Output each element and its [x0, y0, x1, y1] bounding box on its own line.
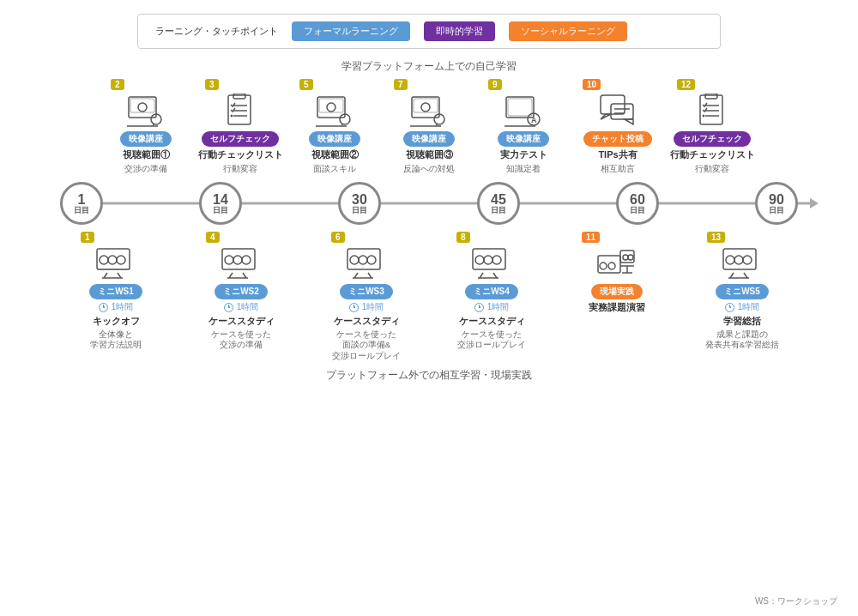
ws-badge-5: 現場実践	[591, 284, 643, 299]
study-item-2: 3 セルフチェック 行動チェックリスト 行動変容	[193, 79, 287, 175]
ws-title-5: 実務課題演習	[589, 301, 645, 314]
study-item-3: 5 映像講座 視聴範囲② 面談スキル	[287, 79, 382, 175]
ws-num-6: 6	[331, 232, 345, 243]
ws-badge-1: ミニWS1	[89, 284, 142, 299]
timeline-node-14: 14 日目	[199, 182, 242, 225]
study-item-5: 9 A 映像講座 実力テスト 知識定着	[476, 79, 571, 175]
svg-point-61	[367, 256, 376, 264]
node-day30: 30 日目	[338, 182, 381, 225]
icon-chat	[595, 92, 640, 130]
svg-rect-37	[705, 94, 717, 99]
badge-instant: 即時的学習	[424, 21, 495, 41]
icon-ws2	[219, 245, 263, 282]
svg-rect-26	[508, 99, 532, 116]
ws-num-4: 4	[206, 232, 220, 243]
workshop-row: 1 ミニWS1 1時間 キックオフ 全体像と学習	[17, 232, 841, 361]
ws-note: WS：ワークショップ	[755, 595, 837, 607]
svg-line-62	[354, 273, 358, 278]
svg-point-52	[225, 256, 233, 264]
icon-check1	[218, 92, 263, 130]
ws-item-2: 4 ミニWS2 1時間 ケーススタディ ケースを使った交渉の準備	[194, 232, 288, 361]
item-title-6: TIPs共有	[598, 148, 637, 161]
svg-rect-19	[412, 97, 439, 118]
timeline-node-45: 45 日目	[477, 182, 520, 225]
ws-num-13: 13	[707, 232, 725, 243]
item-num-3: 3	[205, 79, 219, 90]
icon-ws1	[94, 245, 138, 282]
spacer-5	[664, 232, 695, 361]
timeline: 1 日目 14 日目 30 日目	[17, 178, 841, 228]
type-badge-4: 映像講座	[403, 131, 455, 147]
svg-point-3	[138, 103, 147, 112]
svg-line-70	[493, 273, 497, 278]
ws-item-5: 11 現場実践 実務課題演習	[570, 232, 664, 361]
item-subtitle-5: 知識定着	[506, 163, 541, 175]
type-badge-7: セルフチェック	[674, 131, 751, 147]
svg-point-77	[628, 255, 633, 260]
timeline-node-90: 90 日目	[755, 182, 798, 225]
ws-item-3: 6 ミニWS3 1時間 ケーススタディ ケースを使った面談の準備&交渉	[319, 232, 414, 361]
ws-time-6: 1時間	[725, 301, 760, 313]
ws-badge-4: ミニWS4	[465, 284, 518, 299]
study-item-4: 7 映像講座 視聴範囲③ 反論への対処	[382, 79, 476, 175]
self-study-header: 学習プラットフォーム上での自己学習	[17, 59, 841, 74]
ws-title-1: キックオフ	[93, 315, 140, 328]
ws-time-3: 1時間	[349, 301, 384, 313]
svg-point-67	[484, 256, 492, 264]
node-day45: 45 日目	[477, 182, 520, 225]
svg-line-48	[104, 273, 107, 278]
item-num-12: 12	[677, 79, 695, 90]
item-title-1: 視聴範囲①	[123, 148, 170, 161]
item-num-9: 9	[488, 79, 502, 90]
ws-title-2: ケーススタディ	[208, 315, 275, 328]
item-title-7: 行動チェックリスト	[670, 148, 755, 161]
svg-point-53	[233, 256, 242, 264]
icon-ws4	[469, 245, 514, 282]
item-subtitle-7: 行動変容	[695, 163, 729, 175]
icon-test: A	[501, 92, 546, 130]
icon-ws5	[595, 245, 639, 282]
icon-video1	[124, 92, 168, 130]
ws-time-2: 1時間	[224, 301, 259, 313]
study-item-6: 10 チャット投稿 TIPs共有 相互助言	[571, 79, 665, 175]
spacer-2	[288, 232, 319, 361]
svg-line-69	[480, 273, 483, 278]
svg-point-68	[492, 256, 501, 264]
svg-line-63	[368, 273, 372, 278]
svg-rect-0	[129, 97, 156, 118]
node-day1: 1 日目	[60, 182, 103, 225]
icon-video2	[312, 92, 357, 130]
badge-formal: フォーマルラーニング	[292, 21, 410, 41]
legend-label: ラーニング・タッチポイント	[155, 25, 278, 38]
item-subtitle-6: 相互助言	[601, 163, 635, 175]
svg-rect-32	[611, 104, 633, 119]
spacer-4	[539, 232, 570, 361]
ws-subtitle-6: 成果と課題の発表共有&学習総括	[705, 329, 779, 351]
type-badge-6: チャット投稿	[583, 131, 652, 147]
timeline-node-30: 30 日目	[338, 182, 381, 225]
svg-point-22	[421, 103, 430, 112]
item-title-5: 実力テスト	[500, 148, 547, 161]
ws-item-1: 1 ミニWS1 1時間 キックオフ 全体像と学習	[69, 232, 163, 361]
icon-ws3	[344, 245, 389, 282]
ws-badge-6: ミニWS5	[716, 284, 769, 299]
platform-footer: プラットフォーム外での相互学習・現場実践	[17, 368, 841, 383]
spacer-3	[414, 232, 444, 361]
legend-box: ラーニング・タッチポイント フォーマルラーニング 即時的学習 ソーシャルラーニン…	[137, 14, 721, 49]
svg-line-56	[243, 273, 246, 278]
svg-text:A: A	[531, 116, 537, 124]
ws-num-8: 8	[456, 232, 470, 243]
ws-subtitle-1: 全体像と学習方法説明	[90, 329, 142, 351]
badge-social: ソーシャルラーニング	[509, 21, 627, 41]
item-num-10: 10	[583, 79, 601, 90]
timeline-node-60: 60 日目	[616, 182, 659, 225]
icon-ws6	[720, 245, 764, 282]
ws-num-1: 1	[81, 232, 94, 243]
type-badge-3: 映像講座	[309, 131, 360, 147]
svg-marker-31	[601, 114, 611, 119]
item-num-2: 2	[111, 79, 124, 90]
ws-subtitle-4: ケースを使った交渉ロールプレイ	[457, 329, 526, 351]
item-title-2: 行動チェックリスト	[198, 148, 283, 161]
svg-point-82	[726, 256, 734, 264]
ws-time-4: 1時間	[474, 301, 510, 313]
